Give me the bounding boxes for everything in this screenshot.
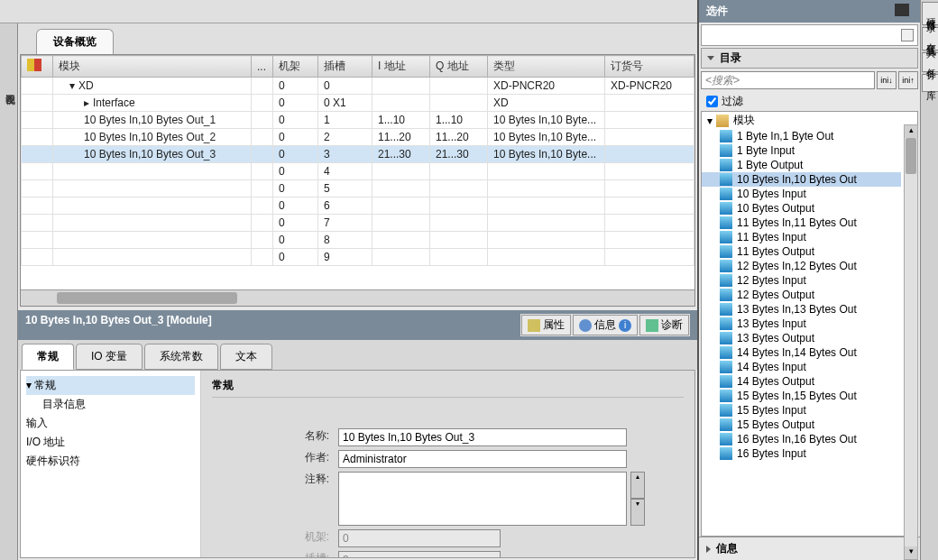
- tree-item[interactable]: 1 Byte In,1 Byte Out: [702, 129, 901, 143]
- lower-tab[interactable]: 常规: [22, 344, 74, 370]
- catalog-scrollbar[interactable]: ▴▾: [904, 124, 918, 560]
- tree-item[interactable]: 11 Bytes Output: [702, 244, 901, 259]
- info-icon: [579, 319, 592, 332]
- col-module[interactable]: 模块: [53, 56, 252, 78]
- tree-item[interactable]: 14 Bytes In,14 Bytes Out: [702, 345, 901, 360]
- device-table-container: 模块 ... 机架 插槽 I 地址 Q 地址 类型 订货号 ▾XD00XD-PN…: [20, 54, 695, 307]
- module-header-icon: [27, 59, 41, 71]
- author-label: 作者:: [212, 450, 338, 465]
- tab-info[interactable]: 信息i: [573, 315, 638, 335]
- tree-item[interactable]: 16 Bytes In,16 Bytes Out: [702, 432, 901, 446]
- tree-item[interactable]: 10 Bytes In,10 Bytes Out: [702, 172, 901, 187]
- tree-item[interactable]: 14 Bytes Input: [702, 360, 901, 374]
- lower-tab[interactable]: IO 变量: [76, 344, 143, 370]
- lower-tab[interactable]: 文本: [220, 344, 272, 370]
- right-panel: 选件 目录 ini↓ ini↑ 过滤 ▾模块1 Byte In,1 Byte O…: [697, 0, 920, 560]
- options-title: 选件: [699, 0, 920, 23]
- col-order[interactable]: 订货号: [605, 56, 694, 78]
- lower-tab[interactable]: 系统常数: [144, 344, 218, 370]
- tree-item[interactable]: 12 Bytes Output: [702, 288, 901, 302]
- table-row[interactable]: ▾XD00XD-PNCR20XD-PNCR20: [22, 78, 694, 95]
- tree-item[interactable]: 12 Bytes Input: [702, 273, 901, 288]
- slot-field: [338, 551, 501, 558]
- info-section-header[interactable]: 信息: [699, 537, 920, 560]
- author-field[interactable]: [338, 450, 627, 468]
- tree-item[interactable]: 11 Bytes In,11 Bytes Out: [702, 216, 901, 230]
- lower-body: ▾ 常规 目录信息 输入 I/O 地址 硬件标识符 常规 名称: 作者: 注释:…: [20, 370, 695, 558]
- tree-item[interactable]: 11 Bytes Input: [702, 230, 901, 244]
- nav-general[interactable]: ▾ 常规: [26, 376, 195, 395]
- table-row[interactable]: 06: [22, 197, 694, 215]
- vertical-tab[interactable]: 库: [922, 74, 938, 92]
- col-iaddr[interactable]: I 地址: [372, 56, 430, 78]
- catalog-tree[interactable]: ▾模块1 Byte In,1 Byte Out1 Byte Input1 Byt…: [701, 111, 918, 537]
- name-label: 名称:: [212, 428, 338, 444]
- search-up-button[interactable]: ini↑: [898, 71, 918, 89]
- comment-field[interactable]: [338, 472, 627, 526]
- search-input[interactable]: [701, 71, 875, 89]
- catalog-search-row: ini↓ ini↑: [701, 71, 918, 89]
- tree-item[interactable]: 10 Bytes Input: [702, 187, 901, 201]
- tree-item[interactable]: 13 Bytes Input: [702, 317, 901, 331]
- chevron-right-icon: [706, 546, 711, 553]
- form-area: 常规 名称: 作者: 注释: ▴▾ 机架: 插槽:: [201, 371, 694, 557]
- col-rack[interactable]: 机架: [273, 56, 318, 78]
- rack-label: 机架:: [212, 529, 338, 545]
- tab-device-overview[interactable]: 设备概览: [36, 29, 114, 54]
- tree-item[interactable]: 16 Bytes Input: [702, 446, 901, 461]
- vertical-tab[interactable]: 硬件目录: [922, 2, 938, 25]
- search-down-button[interactable]: ini↓: [877, 71, 897, 89]
- filter-checkbox[interactable]: [706, 96, 718, 107]
- tree-item[interactable]: 13 Bytes In,13 Bytes Out: [702, 302, 901, 317]
- comment-label: 注释:: [212, 472, 338, 487]
- col-dots[interactable]: ...: [252, 56, 273, 78]
- info-badge: i: [619, 319, 631, 332]
- properties-title: 10 Bytes In,10 Bytes Out_3 [Module]: [25, 314, 212, 336]
- tree-item[interactable]: 10 Bytes Output: [702, 201, 901, 216]
- chevron-down-icon: [707, 56, 714, 60]
- tree-item[interactable]: 1 Byte Output: [702, 158, 901, 172]
- tree-item[interactable]: 14 Bytes Output: [702, 374, 901, 389]
- options-icon[interactable]: [895, 4, 909, 16]
- tree-item[interactable]: 13 Bytes Output: [702, 331, 901, 345]
- table-row[interactable]: 10 Bytes In,10 Bytes Out_1011...101...10…: [22, 112, 694, 129]
- nav-io-address[interactable]: I/O 地址: [26, 433, 195, 452]
- table-row[interactable]: 07: [22, 215, 694, 232]
- table-row[interactable]: 09: [22, 249, 694, 266]
- device-table[interactable]: 模块 ... 机架 插槽 I 地址 Q 地址 类型 订货号 ▾XD00XD-PN…: [21, 55, 694, 266]
- tree-item[interactable]: 15 Bytes In,15 Bytes Out: [702, 389, 901, 403]
- col-slot[interactable]: 插槽: [318, 56, 372, 78]
- tab-diagnostics[interactable]: 诊断: [639, 315, 689, 335]
- tree-item[interactable]: 12 Bytes In,12 Bytes Out: [702, 259, 901, 273]
- table-row[interactable]: ▸Interface00 X1XD: [22, 95, 694, 112]
- nav-input[interactable]: 输入: [26, 414, 195, 433]
- catalog-header[interactable]: 目录: [701, 48, 918, 69]
- filter-label: 过滤: [722, 94, 743, 109]
- slot-label: 插槽:: [212, 551, 338, 558]
- options-toolbar: [701, 24, 918, 46]
- tree-item[interactable]: 15 Bytes Input: [702, 403, 901, 418]
- table-row[interactable]: 04: [22, 163, 694, 180]
- vertical-tab[interactable]: 任务: [922, 52, 938, 72]
- table-row[interactable]: 08: [22, 232, 694, 249]
- tab-properties[interactable]: 属性: [521, 315, 571, 335]
- tree-item[interactable]: 15 Bytes Output: [702, 418, 901, 432]
- tree-item[interactable]: 1 Byte Input: [702, 143, 901, 158]
- properties-icon: [528, 319, 540, 332]
- name-field[interactable]: [338, 428, 627, 446]
- tree-root[interactable]: ▾模块: [702, 112, 901, 129]
- nav-catalog-info[interactable]: 目录信息: [26, 395, 195, 414]
- left-vertical-label: 设备视图: [0, 23, 18, 560]
- vertical-tab[interactable]: 在线工具: [922, 27, 938, 50]
- col-type[interactable]: 类型: [488, 56, 605, 78]
- nav-hw-id[interactable]: 硬件标识符: [26, 452, 195, 471]
- nav-tree[interactable]: ▾ 常规 目录信息 输入 I/O 地址 硬件标识符: [21, 371, 201, 557]
- comment-spinner[interactable]: ▴▾: [630, 472, 645, 526]
- table-row[interactable]: 10 Bytes In,10 Bytes Out_20211...2011...…: [22, 129, 694, 146]
- table-row[interactable]: 05: [22, 180, 694, 197]
- device-overview-tabbar: 设备概览: [18, 23, 697, 54]
- h-scrollbar[interactable]: [21, 289, 694, 306]
- table-row[interactable]: 10 Bytes In,10 Bytes Out_30321...3021...…: [22, 146, 694, 163]
- col-qaddr[interactable]: Q 地址: [430, 56, 488, 78]
- options-square-button[interactable]: [901, 29, 914, 41]
